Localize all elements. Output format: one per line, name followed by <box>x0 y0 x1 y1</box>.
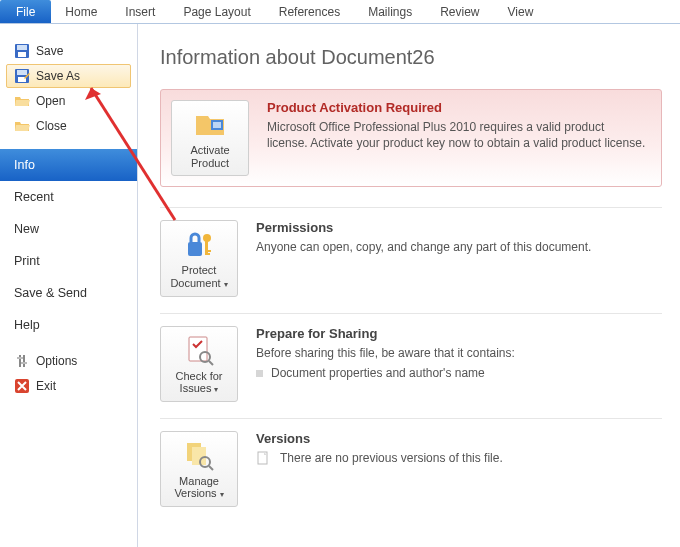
bullet-text: Document properties and author's name <box>271 366 485 380</box>
ribbon-tabs: File Home Insert Page Layout References … <box>0 0 680 24</box>
chevron-down-icon: ▾ <box>224 280 228 289</box>
section-permissions: Protect Document▾ Permissions Anyone can… <box>160 207 662 312</box>
sidebar-close[interactable]: Close <box>6 114 131 138</box>
sidebar-save-as[interactable]: Save As <box>6 64 131 88</box>
svg-rect-2 <box>18 52 26 57</box>
backstage-content: Information about Document26 Activate Pr… <box>138 24 680 547</box>
sidebar-print[interactable]: Print <box>0 245 137 277</box>
sidebar-recent[interactable]: Recent <box>0 181 137 213</box>
section-prepare: Check for Issues▾ Prepare for Sharing Be… <box>160 313 662 418</box>
section-versions: Manage Versions▾ Versions There are no p… <box>160 418 662 523</box>
sidebar-label: Save <box>36 44 63 58</box>
svg-rect-9 <box>21 362 27 364</box>
activation-heading: Product Activation Required <box>267 100 647 115</box>
svg-rect-1 <box>17 45 27 50</box>
sidebar-label: Save As <box>36 69 80 83</box>
sidebar-help[interactable]: Help <box>0 309 137 341</box>
tab-references[interactable]: References <box>265 0 354 23</box>
permissions-text: Anyone can open, copy, and change any pa… <box>256 239 662 255</box>
svg-rect-21 <box>192 447 206 465</box>
open-icon <box>14 93 30 109</box>
sidebar-save[interactable]: Save <box>6 39 131 63</box>
tab-file[interactable]: File <box>0 0 51 23</box>
chevron-down-icon: ▾ <box>220 490 224 499</box>
svg-rect-15 <box>205 241 208 255</box>
sidebar-label: Close <box>36 119 67 133</box>
svg-point-14 <box>203 234 211 242</box>
versions-icon <box>183 439 215 471</box>
sidebar-options[interactable]: Options <box>6 349 131 373</box>
save-icon <box>14 43 30 59</box>
tab-view[interactable]: View <box>494 0 548 23</box>
button-label: Activate Product <box>176 144 244 169</box>
manage-versions-button[interactable]: Manage Versions▾ <box>160 431 238 507</box>
svg-rect-7 <box>23 355 25 367</box>
tab-review[interactable]: Review <box>426 0 493 23</box>
document-icon <box>256 450 272 466</box>
tab-page-layout[interactable]: Page Layout <box>169 0 264 23</box>
prepare-text: Before sharing this file, be aware that … <box>256 345 662 361</box>
bullet-icon <box>256 370 263 377</box>
chevron-down-icon: ▾ <box>214 385 218 394</box>
close-icon <box>14 118 30 134</box>
sidebar-label: Exit <box>36 379 56 393</box>
sidebar-label: Open <box>36 94 65 108</box>
svg-rect-12 <box>213 122 221 128</box>
sidebar-new[interactable]: New <box>0 213 137 245</box>
versions-heading: Versions <box>256 431 662 446</box>
activate-icon <box>194 108 226 140</box>
button-label: Manage Versions <box>174 475 218 500</box>
check-for-issues-button[interactable]: Check for Issues▾ <box>160 326 238 402</box>
save-as-icon <box>14 68 30 84</box>
svg-rect-16 <box>205 250 211 252</box>
svg-rect-13 <box>188 242 202 256</box>
activate-product-button[interactable]: Activate Product <box>171 100 249 176</box>
svg-rect-4 <box>17 70 27 75</box>
inspect-icon <box>183 334 215 366</box>
sidebar-label: Options <box>36 354 77 368</box>
section-activation: Activate Product Product Activation Requ… <box>160 89 662 187</box>
versions-text: There are no previous versions of this f… <box>280 451 503 465</box>
sidebar-exit[interactable]: Exit <box>6 374 131 398</box>
tab-mailings[interactable]: Mailings <box>354 0 426 23</box>
button-label: Protect Document <box>170 264 220 289</box>
sidebar-info[interactable]: Info <box>0 149 137 181</box>
permissions-heading: Permissions <box>256 220 662 235</box>
svg-rect-6 <box>19 355 21 367</box>
protect-document-button[interactable]: Protect Document▾ <box>160 220 238 296</box>
svg-rect-8 <box>17 357 23 359</box>
options-icon <box>14 353 30 369</box>
prepare-heading: Prepare for Sharing <box>256 326 662 341</box>
backstage-sidebar: Save Save As Open Close Info Recent New … <box>0 24 138 547</box>
tab-home[interactable]: Home <box>51 0 111 23</box>
svg-rect-17 <box>205 253 210 255</box>
sidebar-open[interactable]: Open <box>6 89 131 113</box>
activation-text: Microsoft Office Professional Plus 2010 … <box>267 119 647 151</box>
page-title: Information about Document26 <box>160 46 662 69</box>
svg-rect-18 <box>189 337 207 361</box>
prepare-bullet: Document properties and author's name <box>256 365 662 381</box>
exit-icon <box>14 378 30 394</box>
lock-key-icon <box>183 228 215 260</box>
tab-insert[interactable]: Insert <box>111 0 169 23</box>
sidebar-save-send[interactable]: Save & Send <box>0 277 137 309</box>
